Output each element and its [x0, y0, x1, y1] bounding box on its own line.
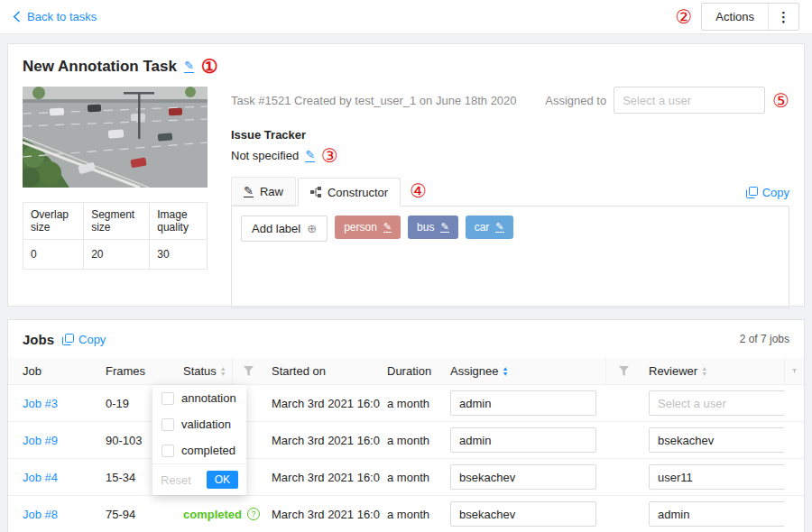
job-link[interactable]: Job #9: [23, 434, 58, 447]
back-chevron-icon: [13, 11, 21, 23]
constructor-icon: [310, 187, 321, 197]
label-tag-bus[interactable]: bus ✎: [408, 216, 458, 239]
back-to-tasks-link[interactable]: Back to tasks: [13, 10, 97, 23]
jobs-copy-link[interactable]: Copy: [62, 333, 106, 346]
job-duration: a month: [380, 508, 443, 521]
assignee-input[interactable]: [450, 464, 596, 490]
copy-icon: [746, 187, 758, 198]
task-meta-row: Task #1521 Created by test_user_1 on Jun…: [231, 87, 789, 114]
job-status-cell: completed ?: [176, 508, 264, 521]
reviewer-filter-icon[interactable]: [784, 358, 804, 384]
col-assignee[interactable]: Assignee ▲▼: [443, 364, 605, 378]
filter-option-label: validation: [181, 417, 231, 431]
actions-label[interactable]: Actions: [702, 4, 768, 30]
tab-constructor-label: Constructor: [328, 186, 388, 199]
filter-footer: Reset OK: [152, 463, 246, 495]
status-filter-icon[interactable]: [232, 358, 264, 384]
job-status: completed: [183, 508, 242, 521]
jobs-table: Job Frames Status ▲▼ Started on Duration…: [8, 358, 804, 532]
assigned-to-label: Assigned to: [545, 94, 606, 107]
task-left-column: Overlap size Segment size Image quality …: [23, 87, 208, 308]
label-tag-person[interactable]: person ✎: [335, 216, 401, 239]
assigned-to-input[interactable]: [614, 87, 765, 114]
jobs-table-header: Job Frames Status ▲▼ Started on Duration…: [8, 358, 804, 385]
job-started: March 3rd 2021 16:03: [264, 508, 380, 521]
filter-reset-button[interactable]: Reset: [161, 473, 191, 487]
assignee-filter-icon[interactable]: [605, 358, 641, 384]
checkbox-completed[interactable]: [161, 445, 174, 457]
callout-3: ③: [321, 146, 338, 165]
status-sort-icon: ▲▼: [220, 366, 226, 376]
job-row-3: Job #4 15-34 March 3rd 2021 16:03 a mont…: [8, 459, 804, 496]
checkbox-annotation[interactable]: [161, 392, 174, 405]
task-title-row: New Annotation Task ✎ ①: [23, 57, 789, 76]
jobs-count: 2 of 7 jobs: [740, 333, 789, 345]
label-bus-edit-icon[interactable]: ✎: [440, 222, 448, 234]
filter-option-completed[interactable]: completed: [152, 437, 246, 463]
filter-option-validation[interactable]: validation: [152, 411, 246, 437]
job-started: March 3rd 2021 16:03: [264, 471, 380, 484]
label-car-edit-icon[interactable]: ✎: [495, 222, 503, 234]
callout-5: ⑤: [772, 91, 789, 110]
checkbox-validation[interactable]: [161, 418, 174, 431]
label-tag-car[interactable]: car ✎: [466, 216, 513, 239]
job-row-1: Job #3 0-19 March 3rd 2021 16:03 a month: [8, 385, 804, 422]
help-circle-icon[interactable]: ?: [247, 508, 260, 520]
filter-option-label: completed: [181, 444, 235, 457]
assigned-to-group: Assigned to ⑤: [545, 87, 789, 114]
reviewer-input[interactable]: [649, 427, 784, 453]
task-body: Overlap size Segment size Image quality …: [23, 87, 789, 308]
copy-icon: [62, 334, 74, 345]
jobs-copy-label: Copy: [78, 333, 106, 346]
job-row-4: Job #8 75-94 completed ? March 3rd 2021 …: [8, 496, 804, 532]
label-car-name: car: [475, 221, 490, 234]
job-started: March 3rd 2021 16:03: [264, 397, 380, 410]
reviewer-sort-icon: ▲▼: [701, 366, 707, 376]
col-job: Job: [8, 364, 98, 378]
tab-raw[interactable]: ✎ Raw: [231, 177, 296, 206]
add-label-button[interactable]: Add label ⊕: [241, 216, 328, 242]
label-person-name: person: [344, 221, 377, 234]
reviewer-input[interactable]: [649, 501, 784, 527]
filter-option-annotation[interactable]: annotation: [152, 385, 246, 411]
task-card: New Annotation Task ✎ ①: [7, 43, 805, 307]
job-link[interactable]: Job #3: [23, 397, 58, 410]
task-title: New Annotation Task: [23, 58, 177, 76]
assignee-input[interactable]: [450, 390, 596, 416]
reviewer-input[interactable]: [649, 464, 784, 490]
issue-tracker-label: Issue Tracker: [231, 128, 789, 142]
issue-tracker-value: Not specified: [231, 149, 299, 162]
label-person-edit-icon[interactable]: ✎: [383, 222, 392, 234]
assignee-sort-icon: ▲▼: [502, 366, 508, 376]
issue-tracker-edit-icon[interactable]: ✎: [305, 149, 315, 162]
title-edit-icon[interactable]: ✎: [184, 60, 194, 73]
jobs-header: Jobs Copy 2 of 7 jobs: [8, 320, 804, 358]
job-started: March 3rd 2021 16:03: [264, 434, 380, 447]
param-header-overlap: Overlap size: [23, 203, 84, 240]
actions-button[interactable]: Actions ⋮: [701, 3, 799, 31]
param-header-segment: Segment size: [84, 203, 150, 240]
job-link[interactable]: Job #4: [23, 471, 58, 484]
job-duration: a month: [380, 397, 443, 410]
col-status[interactable]: Status ▲▼: [176, 364, 232, 378]
labels-copy-link[interactable]: Copy: [746, 186, 789, 206]
col-reviewer[interactable]: Reviewer ▲▼: [641, 364, 784, 378]
reviewer-input[interactable]: [649, 390, 784, 416]
job-link[interactable]: Job #8: [23, 508, 58, 521]
plus-circle-icon: ⊕: [307, 223, 317, 234]
jobs-title: Jobs: [23, 332, 54, 347]
more-vertical-icon[interactable]: ⋮: [768, 4, 798, 30]
jobs-card: Jobs Copy 2 of 7 jobs Job Frames Status …: [7, 319, 805, 532]
tab-raw-label: Raw: [260, 185, 283, 198]
assignee-input[interactable]: [450, 427, 596, 453]
assignee-input[interactable]: [450, 501, 596, 527]
raw-edit-icon: ✎: [244, 185, 254, 198]
job-frames: 75-94: [98, 508, 176, 521]
tab-constructor[interactable]: Constructor: [298, 178, 401, 206]
param-value-overlap: 0: [23, 240, 84, 270]
filter-ok-button[interactable]: OK: [207, 471, 238, 489]
label-bus-name: bus: [417, 221, 434, 234]
col-duration: Duration: [380, 364, 443, 378]
labels-copy-label: Copy: [762, 186, 789, 199]
col-frames: Frames: [98, 364, 176, 378]
